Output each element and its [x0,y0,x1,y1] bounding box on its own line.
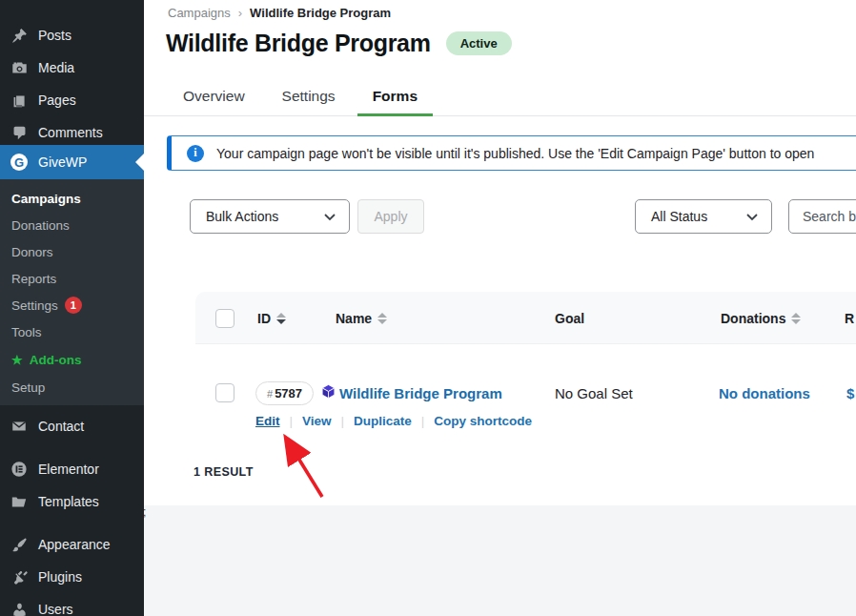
form-name-link[interactable]: Wildlife Bridge Program [339,385,502,401]
sort-icon[interactable] [276,313,286,324]
active-menu-notch [135,154,144,171]
submenu-item-tools[interactable]: Tools [11,321,42,342]
tab-settings[interactable]: Settings [267,78,351,116]
column-header-name[interactable]: Name [336,292,387,344]
sort-icon[interactable] [377,313,387,324]
submenu-item-reports[interactable]: Reports [11,268,56,289]
form-cube-icon [320,383,336,403]
goal-cell: No Goal Set [555,385,633,401]
status-badge: Active [446,31,512,55]
column-header-revenue[interactable]: R [845,292,854,344]
sidebar-label: Appearance [38,537,111,552]
sidebar-item-pages[interactable]: Pages [0,84,144,116]
sidebar-label: Elementor [38,462,99,477]
submenu-item-donors[interactable]: Donors [11,241,53,262]
plug-icon [10,567,29,586]
copy-shortcode-link[interactable]: Copy shortcode [434,414,532,428]
sidebar-item-plugins[interactable]: Plugins [0,561,144,593]
sidebar-label: Media [38,60,74,75]
elementor-icon [10,460,29,479]
breadcrumb-parent-link[interactable]: Campaigns [168,6,231,20]
column-header-goal: Goal [555,292,584,344]
envelope-icon [10,417,29,436]
sidebar-label: GiveWP [38,154,87,170]
camera-icon [10,58,29,77]
sidebar-item-givewp[interactable]: G GiveWP [0,145,144,179]
givewp-campaign-forms-screen: Posts Media Pages Comments G GiveWP [0,0,856,616]
apply-button[interactable]: Apply [357,199,424,234]
submenu-item-settings[interactable]: Settings 1 [11,295,82,316]
bulk-actions-select[interactable]: Bulk Actions [190,199,350,234]
view-link[interactable]: View [302,414,332,428]
info-icon: i [187,145,204,162]
sidebar-item-posts[interactable]: Posts [0,19,144,51]
wp-admin-sidebar: Posts Media Pages Comments G GiveWP [0,0,144,616]
notice-text: Your campaign page won't be visible unti… [216,146,814,161]
table-header-row: ID Name Goal Donations R [195,292,856,344]
sidebar-label: Users [38,602,73,616]
chevron-right-icon: › [238,6,242,20]
page-header: Wildlife Bridge Program Active [166,30,512,57]
sidebar-item-contact[interactable]: Contact [0,410,144,442]
sidebar-label: Comments [38,125,103,140]
column-header-donations[interactable]: Donations [721,292,801,344]
settings-count-badge: 1 [65,297,82,314]
sidebar-item-comments[interactable]: Comments [0,116,144,149]
select-all-checkbox[interactable] [215,309,234,328]
comment-bubble-icon [10,123,29,142]
pages-icon [10,91,29,110]
sidebar-label: Contact [38,419,84,434]
form-id-badge: #5787 [255,381,314,405]
submenu-item-campaigns[interactable]: Campaigns [11,188,81,209]
sidebar-label: Pages [38,92,76,108]
sidebar-label: Plugins [38,569,82,585]
submenu-item-addons[interactable]: ★ Add-ons [11,349,81,370]
campaign-tabs: Overview Settings Forms [168,78,433,116]
submenu-item-donations[interactable]: Donations [11,215,70,236]
chevron-down-icon [746,209,758,224]
sort-icon[interactable] [791,313,801,324]
sidebar-label: Templates [38,494,99,509]
sidebar-item-appearance[interactable]: Appearance [0,528,144,561]
row-actions: Edit | View | Duplicate | Copy shortcode [255,414,532,428]
row-checkbox[interactable] [215,383,234,402]
chevron-down-icon [324,209,336,224]
results-count: 1 RESULT [194,465,254,479]
publish-notice-banner: i Your campaign page won't be visible un… [167,135,856,171]
status-filter-select[interactable]: All Status [635,199,772,234]
edit-link[interactable]: Edit [255,414,280,428]
revenue-link[interactable]: $ [846,385,854,401]
sidebar-item-elementor[interactable]: Elementor [0,453,144,485]
page-title: Wildlife Bridge Program [166,30,431,57]
sidebar-label: Posts [38,28,71,43]
tab-forms[interactable]: Forms [357,78,433,116]
user-icon [10,600,29,616]
givewp-logo-icon: G [10,153,29,172]
sidebar-item-users[interactable]: Users [0,593,144,616]
paintbrush-icon [10,535,29,554]
pin-icon [10,26,29,45]
star-icon: ★ [11,353,23,367]
content-background [144,505,856,616]
tab-overview[interactable]: Overview [168,78,260,116]
breadcrumb-current: Wildlife Bridge Program [250,6,391,20]
campaign-forms-table: ID Name Goal Donations R #5787 [195,292,856,456]
folder-icon [10,492,29,511]
sidebar-item-media[interactable]: Media [0,51,144,84]
givewp-submenu: Campaigns Donations Donors Reports Setti… [0,179,144,405]
donations-link[interactable]: No donations [719,385,810,401]
submenu-item-setup[interactable]: Setup [11,377,45,398]
duplicate-link[interactable]: Duplicate [354,414,412,428]
breadcrumb: Campaigns › Wildlife Bridge Program [168,6,391,20]
sidebar-item-templates[interactable]: Templates [0,485,144,518]
column-header-id[interactable]: ID [257,292,286,344]
search-input[interactable] [788,199,856,234]
